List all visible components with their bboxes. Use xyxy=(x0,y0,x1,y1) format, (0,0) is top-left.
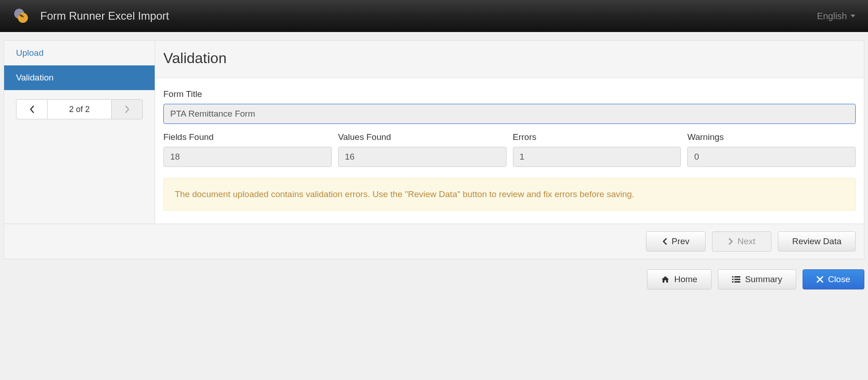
pager-prev-button[interactable] xyxy=(16,99,47,119)
stats-row: Fields Found Values Found Errors Warning… xyxy=(163,132,856,167)
wizard-footer: Prev Next Review Data xyxy=(4,224,864,259)
review-data-button[interactable]: Review Data xyxy=(778,231,856,252)
app-title: Form Runner Excel Import xyxy=(40,10,169,22)
validation-alert: The document uploaded contains validatio… xyxy=(163,178,856,211)
stat-errors: Errors xyxy=(513,132,681,167)
chevron-left-icon xyxy=(663,238,667,245)
button-label: Next xyxy=(738,236,755,246)
stat-values-found: Values Found xyxy=(338,132,507,167)
language-selector[interactable]: English xyxy=(817,11,855,21)
svg-rect-5 xyxy=(734,279,740,280)
stat-label: Values Found xyxy=(338,132,507,142)
stat-fields-found: Fields Found xyxy=(163,132,332,167)
app-logo xyxy=(13,8,29,24)
stat-label: Warnings xyxy=(687,132,856,142)
main-body: Form Title Fields Found Values Found Err… xyxy=(155,78,864,224)
warnings-field[interactable] xyxy=(687,147,856,167)
topbar: Form Runner Excel Import English xyxy=(0,0,868,32)
pager-position: 2 of 2 xyxy=(47,99,112,119)
language-label: English xyxy=(817,11,847,21)
sidebar: Upload Validation 2 of 2 xyxy=(4,41,155,224)
home-button[interactable]: Home xyxy=(647,269,712,289)
summary-button[interactable]: Summary xyxy=(718,269,796,289)
close-icon xyxy=(817,276,823,283)
pager-next-button xyxy=(112,99,143,119)
page-title: Validation xyxy=(163,50,856,67)
main-panel: Validation Form Title Fields Found Value… xyxy=(155,41,864,224)
page-footer: Home Summary Close xyxy=(0,259,868,303)
list-icon xyxy=(732,276,740,283)
sidebar-item-upload[interactable]: Upload xyxy=(4,41,155,65)
svg-rect-6 xyxy=(732,281,733,283)
svg-rect-3 xyxy=(734,276,740,278)
button-label: Summary xyxy=(745,274,782,284)
button-label: Prev xyxy=(672,236,690,246)
prev-button[interactable]: Prev xyxy=(646,231,706,252)
button-label: Close xyxy=(828,274,850,284)
fields-found-field[interactable] xyxy=(163,147,332,167)
form-title-field[interactable] xyxy=(163,104,856,124)
stat-label: Fields Found xyxy=(163,132,332,142)
sidebar-item-validation[interactable]: Validation xyxy=(4,65,155,90)
sidebar-item-label: Validation xyxy=(16,73,54,82)
topbar-left: Form Runner Excel Import xyxy=(13,8,169,24)
chevron-right-icon xyxy=(728,238,733,245)
svg-rect-2 xyxy=(732,276,733,278)
chevron-left-icon xyxy=(29,106,35,113)
wizard-container: Upload Validation 2 of 2 Validation Form… xyxy=(4,40,864,224)
stat-warnings: Warnings xyxy=(687,132,856,167)
svg-rect-4 xyxy=(732,279,733,280)
main-header: Validation xyxy=(155,41,864,78)
button-label: Review Data xyxy=(792,236,841,246)
caret-down-icon xyxy=(851,15,855,17)
chevron-right-icon xyxy=(124,106,130,113)
form-title-label: Form Title xyxy=(163,89,856,99)
button-label: Home xyxy=(674,274,697,284)
errors-field[interactable] xyxy=(513,147,681,167)
next-button: Next xyxy=(712,231,771,252)
sidebar-item-label: Upload xyxy=(16,48,43,58)
stat-label: Errors xyxy=(513,132,681,142)
svg-rect-7 xyxy=(734,281,740,283)
home-icon xyxy=(661,276,669,283)
step-pager: 2 of 2 xyxy=(16,99,143,119)
close-button[interactable]: Close xyxy=(803,269,864,289)
values-found-field[interactable] xyxy=(338,147,507,167)
